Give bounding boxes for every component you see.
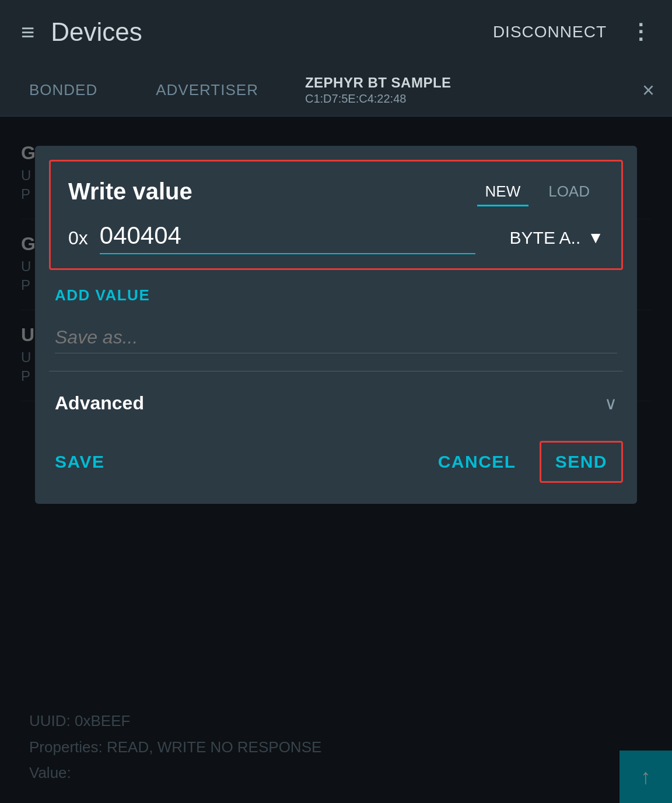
dropdown-arrow-icon: ▼ — [587, 229, 604, 247]
advanced-label: Advanced — [55, 392, 604, 414]
save-as-input[interactable] — [55, 322, 617, 353]
tab-bonded[interactable]: BONDED — [0, 64, 127, 116]
add-value-button[interactable]: ADD VALUE — [49, 270, 156, 316]
advanced-section[interactable]: Advanced ∨ — [49, 371, 623, 435]
tab-load[interactable]: LOAD — [534, 178, 604, 205]
write-value-dialog: Write value NEW LOAD 0x BYTE A.. ▼ ADD V… — [35, 146, 637, 504]
dialog-actions: SAVE CANCEL SEND — [35, 435, 637, 504]
type-dropdown[interactable]: BYTE A.. ▼ — [487, 228, 604, 248]
hex-value-input[interactable] — [100, 222, 475, 250]
app-title: Devices — [51, 17, 493, 47]
disconnect-button[interactable]: DISCONNECT — [493, 23, 607, 41]
save-as-section — [49, 316, 623, 371]
tab-device[interactable]: ZEPHYR BT SAMPLE C1:D7:5E:C4:22:48 — [288, 64, 625, 116]
tabs-bar: BONDED ADVERTISER ZEPHYR BT SAMPLE C1:D7… — [0, 64, 672, 117]
send-button[interactable]: SEND — [540, 441, 623, 483]
tab-close-icon[interactable]: × — [625, 64, 672, 116]
advanced-chevron-icon: ∨ — [604, 393, 617, 413]
tab-advertiser[interactable]: ADVERTISER — [127, 64, 288, 116]
app-bar: ≡ Devices DISCONNECT ⋮ — [0, 0, 672, 64]
write-value-section: Write value NEW LOAD 0x BYTE A.. ▼ — [49, 160, 623, 270]
tab-new[interactable]: NEW — [471, 178, 535, 205]
value-input-row: 0x BYTE A.. ▼ — [68, 222, 604, 254]
device-name: ZEPHYR BT SAMPLE — [305, 75, 452, 91]
device-mac: C1:D7:5E:C4:22:48 — [305, 92, 406, 106]
write-value-title: Write value — [68, 178, 471, 205]
cancel-button[interactable]: CANCEL — [426, 443, 528, 481]
type-label: BYTE A.. — [510, 228, 581, 248]
save-button[interactable]: SAVE — [49, 443, 110, 481]
write-value-header: Write value NEW LOAD — [68, 178, 604, 205]
menu-icon[interactable]: ≡ — [21, 20, 33, 44]
hex-prefix: 0x — [68, 227, 88, 249]
new-load-tabs: NEW LOAD — [471, 178, 604, 205]
dialog-body: ADD VALUE Advanced ∨ — [35, 270, 637, 435]
hex-input-wrapper — [100, 222, 475, 254]
more-options-icon[interactable]: ⋮ — [630, 20, 651, 44]
